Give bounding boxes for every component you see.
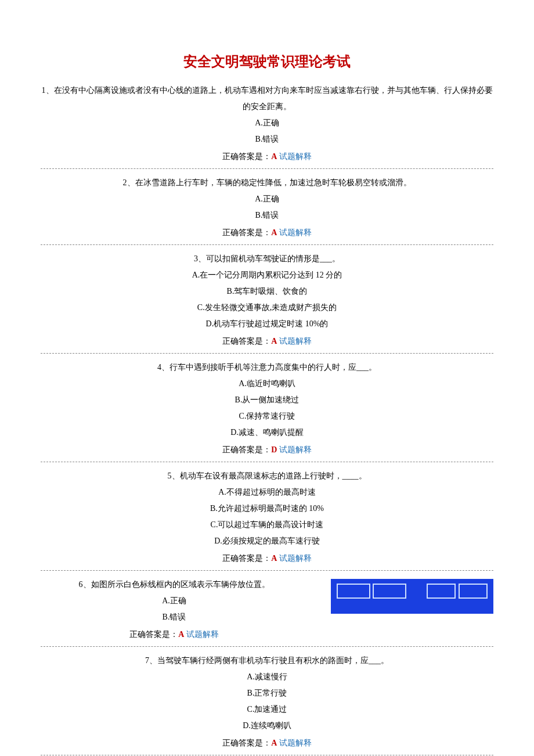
explain-link[interactable]: 试题解释 bbox=[279, 445, 312, 454]
question-text: 6、如图所示白色标线框内的区域表示车辆停放位置。 bbox=[41, 577, 308, 593]
question-option: D.必须按规定的最高车速行驶 bbox=[41, 533, 493, 549]
page-title: 安全文明驾驶常识理论考试 bbox=[41, 52, 493, 71]
answer-line: 正确答案是：A 试题解释 bbox=[41, 627, 308, 643]
answer-prefix: 正确答案是： bbox=[222, 445, 271, 454]
question-option: D.机动车行驶超过规定时速 10%的 bbox=[41, 316, 493, 332]
answer-letter: A bbox=[271, 228, 277, 237]
answer-prefix: 正确答案是： bbox=[222, 739, 271, 747]
question-option: A.正确 bbox=[41, 115, 493, 131]
answer-prefix: 正确答案是： bbox=[222, 152, 271, 161]
question-option: A.不得超过标明的最高时速 bbox=[41, 484, 493, 501]
answer-letter: A bbox=[271, 739, 277, 747]
question-option: C.加速通过 bbox=[41, 701, 493, 718]
separator bbox=[41, 755, 493, 755]
question-text: 2、在冰雪道路上行车时，车辆的稳定性降低，加速过急时车轮极易空转或溜滑。 bbox=[41, 175, 493, 191]
question-text: 4、行车中遇到接听手机等注意力高度集中的行人时，应___。 bbox=[41, 359, 493, 376]
question-option: C.保持常速行驶 bbox=[41, 408, 493, 424]
explain-link[interactable]: 试题解释 bbox=[279, 152, 312, 161]
question-option: B.驾车时吸烟、饮食的 bbox=[41, 283, 493, 300]
question-option: B.正常行驶 bbox=[41, 685, 493, 701]
separator bbox=[41, 462, 493, 462]
explain-link[interactable]: 试题解释 bbox=[186, 630, 219, 639]
question-option: B.错误 bbox=[41, 207, 493, 224]
answer-line: 正确答案是：A 试题解释 bbox=[41, 550, 493, 567]
question-option: D.连续鸣喇叭 bbox=[41, 718, 493, 734]
question-option: B.错误 bbox=[41, 131, 493, 147]
explain-link[interactable]: 试题解释 bbox=[279, 337, 312, 345]
question-block: 4、行车中遇到接听手机等注意力高度集中的行人时，应___。A.临近时鸣喇叭B.从… bbox=[41, 359, 493, 458]
answer-letter: A bbox=[271, 337, 277, 345]
question-option: D.减速、鸣喇叭提醒 bbox=[41, 424, 493, 441]
answer-prefix: 正确答案是： bbox=[222, 554, 271, 563]
question-block: 2、在冰雪道路上行车时，车辆的稳定性降低，加速过急时车轮极易空转或溜滑。A.正确… bbox=[41, 175, 493, 241]
question-block: 7、当驾驶车辆行经两侧有非机动车行驶且有积水的路面时，应___。A.减速慢行B.… bbox=[41, 653, 493, 751]
separator bbox=[41, 570, 493, 571]
explain-link[interactable]: 试题解释 bbox=[279, 554, 312, 563]
question-option: A.正确 bbox=[41, 593, 308, 609]
question-option: A.减速慢行 bbox=[41, 669, 493, 685]
answer-line: 正确答案是：A 试题解释 bbox=[41, 735, 493, 751]
question-option: C.发生轻微交通事故,未造成财产损失的 bbox=[41, 300, 493, 316]
answer-line: 正确答案是：A 试题解释 bbox=[41, 225, 493, 241]
separator bbox=[41, 353, 493, 354]
question-option: B.允许超过标明最高时速的 10% bbox=[41, 501, 493, 517]
separator bbox=[41, 244, 493, 245]
question-text: 3、可以扣留机动车驾驶证的情形是___。 bbox=[41, 251, 493, 267]
answer-letter: D bbox=[271, 445, 277, 454]
question-option: A.正确 bbox=[41, 191, 493, 207]
answer-prefix: 正确答案是： bbox=[222, 228, 271, 237]
question-option: C.可以超过车辆的最高设计时速 bbox=[41, 517, 493, 533]
separator bbox=[41, 168, 493, 169]
question-block: 6、如图所示白色标线框内的区域表示车辆停放位置。A.正确B.错误正确答案是：A … bbox=[41, 577, 493, 643]
question-option: B.从一侧加速绕过 bbox=[41, 392, 493, 408]
question-option: A.在一个记分周期内累积记分达到 12 分的 bbox=[41, 267, 493, 283]
explain-link[interactable]: 试题解释 bbox=[279, 739, 312, 747]
answer-letter: A bbox=[271, 554, 277, 563]
answer-line: 正确答案是：A 试题解释 bbox=[41, 333, 493, 350]
explain-link[interactable]: 试题解释 bbox=[279, 228, 312, 237]
question-text: 1、在没有中心隔离设施或者没有中心线的道路上，机动车遇相对方向来车时应当减速靠右… bbox=[41, 82, 493, 115]
parking-figure bbox=[331, 579, 493, 614]
question-block: 3、可以扣留机动车驾驶证的情形是___。A.在一个记分周期内累积记分达到 12 … bbox=[41, 251, 493, 350]
answer-prefix: 正确答案是： bbox=[129, 630, 178, 639]
question-option: B.错误 bbox=[41, 609, 308, 625]
question-option: A.临近时鸣喇叭 bbox=[41, 376, 493, 392]
question-block: 5、机动车在设有最高限速标志的道路上行驶时，____。A.不得超过标明的最高时速… bbox=[41, 468, 493, 567]
question-text: 5、机动车在设有最高限速标志的道路上行驶时，____。 bbox=[41, 468, 493, 484]
answer-line: 正确答案是：D 试题解释 bbox=[41, 442, 493, 458]
answer-prefix: 正确答案是： bbox=[222, 337, 271, 345]
question-block: 1、在没有中心隔离设施或者没有中心线的道路上，机动车遇相对方向来车时应当减速靠右… bbox=[41, 82, 493, 165]
answer-line: 正确答案是：A 试题解释 bbox=[41, 149, 493, 165]
question-text: 7、当驾驶车辆行经两侧有非机动车行驶且有积水的路面时，应___。 bbox=[41, 653, 493, 669]
answer-letter: A bbox=[271, 152, 277, 161]
answer-letter: A bbox=[178, 630, 184, 639]
separator bbox=[41, 646, 493, 647]
